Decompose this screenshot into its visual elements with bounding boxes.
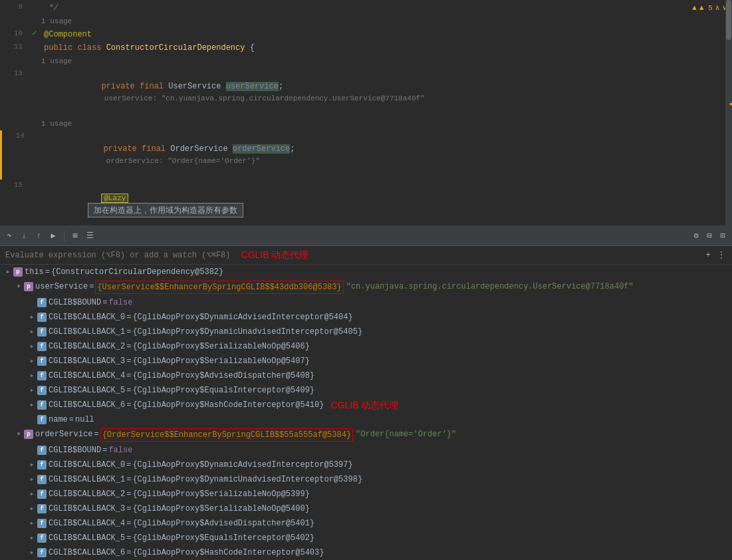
var-name-os-cb1: CGLIB$CALLBACK_1 (49, 474, 125, 486)
var-os-cb4[interactable]: f CGLIB$CALLBACK_4 = {CglibAopProxy$Advi… (0, 516, 732, 531)
resume-icon[interactable]: ▶ (48, 231, 59, 241)
expression-bar: Evaluate expression (⌥F8) or add a watch… (0, 246, 732, 265)
var-value-cb5-1: {CglibAopProxy$EqualsInterceptor@5409} (132, 384, 314, 396)
var-name-os-cb4: CGLIB$CALLBACK_4 (49, 517, 125, 529)
type-icon-cb3-1: f (37, 356, 47, 366)
type-icon-cb4-1: f (37, 371, 47, 380)
line-content-14: private final OrderService orderService;… (43, 130, 732, 180)
step-into-icon[interactable]: ↓ (19, 231, 29, 241)
var-os-cb6[interactable]: f CGLIB$CALLBACK_6 = {CglibAopProxy$Hash… (0, 545, 732, 560)
var-value-userservice-string: "cn.yuanjava.spring.circulardependency.U… (346, 281, 634, 293)
var-value-cb0-1: {CglibAopProxy$DynamicAdvisedInterceptor… (132, 311, 352, 323)
expand-cb3-1[interactable] (27, 355, 37, 367)
var-cglib-bound-1[interactable]: f CGLIB$BOUND = false (0, 295, 732, 310)
var-name-1[interactable]: f name = null (0, 412, 732, 427)
var-value-this: {ConstructorCircularDependency@5382} (51, 266, 223, 278)
expand-os-cb0[interactable] (27, 459, 37, 471)
expand-userservice[interactable] (13, 281, 24, 293)
var-cb5-1[interactable]: f CGLIB$CALLBACK_5 = {CglibAopProxy$Equa… (0, 383, 732, 398)
line-content-13: private final UserService userService; u… (41, 68, 732, 117)
var-userservice[interactable]: p userService = {UserService$$EnhancerBy… (0, 279, 732, 295)
cglib-label-annotation-1: CGLIB 动态代理 (241, 249, 309, 261)
add-watch-icon[interactable]: + (703, 250, 713, 261)
var-name-cglib-bound-1: CGLIB$BOUND (49, 297, 101, 309)
expand-orderservice[interactable] (13, 428, 24, 440)
var-cb0-1[interactable]: f CGLIB$CALLBACK_0 = {CglibAopProxy$Dyna… (0, 310, 732, 325)
type-icon-os-cb1: f (37, 475, 47, 484)
type-icon-os-cb5: f (37, 533, 47, 543)
var-name-orderservice: orderService (35, 428, 92, 440)
lazy-annotation: @Lazy (101, 194, 128, 203)
line-num-15: 15 (0, 180, 28, 189)
expand-cb1-1[interactable] (27, 326, 37, 338)
var-value-os-cb3: {CglibAopProxy$SerializableNoOp@5400} (132, 503, 309, 515)
var-this[interactable]: p this = {ConstructorCircularDependency@… (0, 265, 732, 279)
settings-icon[interactable]: ⚙ (691, 231, 701, 241)
var-name-cb6-1: CGLIB$CALLBACK_6 (49, 399, 125, 411)
gutter-icon-10: ✓ (32, 28, 37, 38)
var-name-cb0-1: CGLIB$CALLBACK_0 (49, 311, 125, 323)
var-value-cglib-bound-1: false (108, 297, 132, 309)
var-value-userservice-highlighted: {UserService$$EnhancerBySpringCGLIB$$43d… (95, 281, 343, 294)
layout-icon[interactable]: ⊡ (717, 231, 728, 241)
var-value-cb2-1: {CglibAopProxy$SerializableNoOp@5406} (132, 341, 309, 352)
expand-cb2-1[interactable] (27, 341, 37, 352)
code-line-13: 13 private final UserService userService… (0, 68, 732, 117)
var-value-cb1-1: {CglibAopProxy$DynamicUnadvisedIntercept… (132, 326, 362, 338)
expand-os-cb5[interactable] (27, 532, 37, 544)
expand-os-cb2[interactable] (27, 488, 37, 500)
type-icon-cb0-1: f (37, 313, 47, 322)
expand-this[interactable] (3, 266, 13, 278)
var-name-this: this (25, 266, 44, 278)
var-value-orderservice-highlighted: {OrderService$$EnhancerBySpringCGLIB$$55… (100, 428, 353, 442)
var-os-cb0[interactable]: f CGLIB$CALLBACK_0 = {CglibAopProxy$Dyna… (0, 458, 732, 472)
expand-cb0-1[interactable] (27, 311, 37, 323)
line-num-11: 11 (0, 41, 28, 51)
type-icon-os-cb3: f (37, 504, 47, 513)
expand-cb6-1[interactable] (27, 399, 37, 411)
var-cb2-1[interactable]: f CGLIB$CALLBACK_2 = {CglibAopProxy$Seri… (0, 339, 732, 354)
var-cb4-1[interactable]: f CGLIB$CALLBACK_4 = {CglibAopProxy$Advi… (0, 368, 732, 383)
expand-os-cb1[interactable] (27, 474, 37, 486)
expand-cb5-1[interactable] (27, 384, 37, 396)
type-icon-os-cb4: f (37, 519, 47, 528)
var-name-os-cb3: CGLIB$CALLBACK_3 (49, 503, 125, 515)
var-name-cglib-bound-2: CGLIB$BOUND (49, 444, 101, 456)
var-value-cb3-1: {CglibAopProxy$SerializableNoOp@5407} (132, 355, 309, 367)
expand-os-cb3[interactable] (27, 503, 37, 515)
var-orderservice[interactable]: p orderService = {OrderService$$Enhancer… (0, 427, 732, 443)
var-cb3-1[interactable]: f CGLIB$CALLBACK_3 = {CglibAopProxy$Seri… (0, 354, 732, 368)
toolbar-sep (64, 231, 64, 241)
var-value-cb6-1: {CglibAopProxy$HashCodeInterceptor@5410} (132, 399, 324, 411)
var-value-os-cb1: {CglibAopProxy$DynamicUnadvisedIntercept… (132, 474, 362, 486)
var-cb1-1[interactable]: f CGLIB$CALLBACK_1 = {CglibAopProxy$Dyna… (0, 325, 732, 339)
var-cb6-1[interactable]: f CGLIB$CALLBACK_6 = {CglibAopProxy$Hash… (0, 398, 732, 412)
collapse-icon[interactable]: ⊟ (704, 231, 715, 241)
code-line-14: 14 private final OrderService orderServi… (0, 130, 732, 180)
line-content-10: @Component (41, 28, 732, 41)
type-icon-os-cb6: f (37, 548, 47, 557)
expand-cb4-1[interactable] (27, 370, 37, 382)
debugger-toolbar: ↷ ↓ ↑ ▶ ⊞ ☰ ⚙ ⊟ ⊡ (0, 226, 732, 246)
expand-os-cb4[interactable] (27, 517, 37, 529)
step-out-icon[interactable]: ↑ (33, 231, 44, 241)
line-content-11: public class ConstructorCircularDependen… (41, 41, 732, 55)
var-cglib-bound-2[interactable]: f CGLIB$BOUND = false (0, 443, 732, 458)
list-icon[interactable]: ☰ (84, 231, 95, 241)
var-os-cb2[interactable]: f CGLIB$CALLBACK_2 = {CglibAopProxy$Seri… (0, 487, 732, 501)
line-num-9: 9 (0, 1, 28, 11)
var-os-cb3[interactable]: f CGLIB$CALLBACK_3 = {CglibAopProxy$Seri… (0, 501, 732, 516)
expand-os-cb6[interactable] (27, 547, 37, 559)
grid-icon[interactable]: ⊞ (70, 231, 80, 241)
var-os-cb5[interactable]: f CGLIB$CALLBACK_5 = {CglibAopProxy$Equa… (0, 531, 732, 545)
debugger-variables[interactable]: p this = {ConstructorCircularDependency@… (0, 265, 732, 560)
step-over-icon[interactable]: ↷ (4, 231, 15, 241)
editor-scroll-thumb[interactable] (726, 0, 731, 40)
var-os-cb1[interactable]: f CGLIB$CALLBACK_1 = {CglibAopProxy$Dyna… (0, 472, 732, 487)
editor-scrollbar[interactable] (725, 0, 732, 225)
var-name-os-cb6: CGLIB$CALLBACK_6 (49, 547, 125, 559)
more-options-icon[interactable]: ⋮ (716, 250, 727, 261)
code-line-10: 10 ✓ @Component (0, 28, 732, 41)
line-content-9: */ (41, 1, 732, 15)
usage-hint-3: 1 usage (41, 117, 732, 130)
